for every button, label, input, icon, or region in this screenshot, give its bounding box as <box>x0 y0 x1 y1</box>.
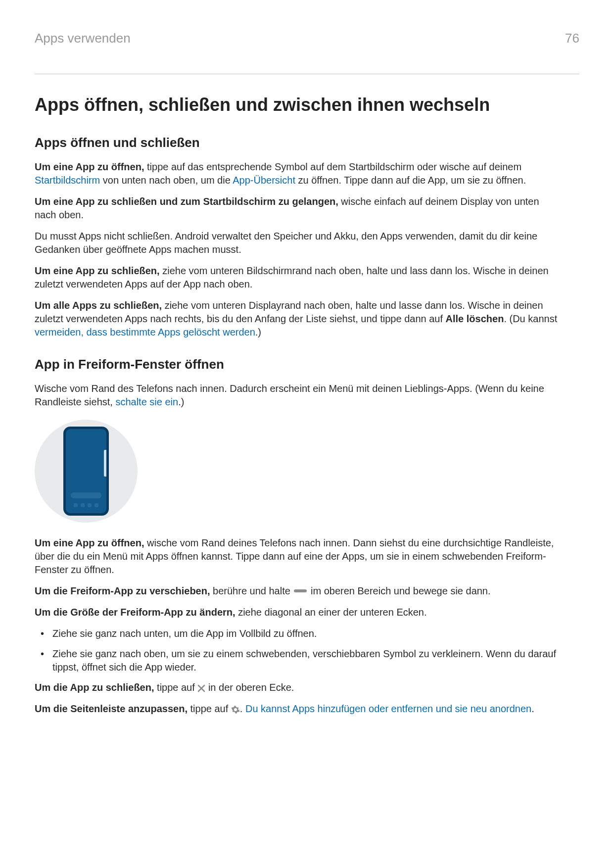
breadcrumb: Apps verwenden <box>35 30 131 47</box>
text: .) <box>255 327 261 338</box>
drag-handle-icon <box>294 589 307 592</box>
text: Wische vom Rand des Telefons nach innen.… <box>35 383 544 407</box>
text: . <box>240 703 245 714</box>
link-enable-sidebar[interactable]: schalte sie ein <box>115 396 178 407</box>
illustration-phone-sidebar <box>35 420 579 523</box>
paragraph: Um eine App zu öffnen, tippe auf das ent… <box>35 160 559 187</box>
text: .) <box>178 396 184 407</box>
header-rule <box>35 74 579 74</box>
paragraph: Um eine App zu öffnen, wische vom Rand d… <box>35 536 559 577</box>
list-item: Ziehe sie ganz nach unten, um die App im… <box>35 627 579 640</box>
lead-text: Um alle Apps zu schließen, <box>35 300 162 311</box>
paragraph: Wische vom Rand des Telefons nach innen.… <box>35 382 559 409</box>
text: . <box>531 703 534 714</box>
paragraph: Um eine App zu schließen und zum Startbi… <box>35 195 559 222</box>
text: ziehe diagonal an einer der unteren Ecke… <box>236 607 427 618</box>
section-heading-freeform: App in Freiform-Fenster öffnen <box>35 356 579 373</box>
lead-text: Um eine App zu öffnen, <box>35 537 144 548</box>
link-app-uebersicht[interactable]: App-Übersicht <box>233 175 295 186</box>
lead-text: Um die Freiform-App zu verschieben, <box>35 585 210 596</box>
text: von unten nach oben, um die <box>100 175 233 186</box>
lead-text: Um die Größe der Freiform-App zu ändern, <box>35 607 236 618</box>
page-number: 76 <box>565 30 579 47</box>
list-item: Ziehe sie ganz nach oben, um sie zu eine… <box>35 647 579 674</box>
lead-text: Um eine App zu schließen und zum Startbi… <box>35 196 338 207</box>
link-customize-sidebar[interactable]: Du kannst Apps hinzufügen oder entfernen… <box>245 703 531 714</box>
lead-text: Um die App zu schließen, <box>35 682 154 693</box>
paragraph: Um eine App zu schließen, ziehe vom unte… <box>35 264 559 291</box>
paragraph: Um die App zu schließen, tippe auf in de… <box>35 681 559 694</box>
lead-text: Um eine App zu öffnen, <box>35 161 144 172</box>
text: tippe auf das entsprechende Symbol auf d… <box>144 161 521 172</box>
gear-icon <box>231 705 240 714</box>
text: in der oberen Ecke. <box>205 682 294 693</box>
link-startbildschirm[interactable]: Startbildschirm <box>35 175 100 186</box>
bullet-list: Ziehe sie ganz nach unten, um die App im… <box>35 627 579 674</box>
text: im oberen Bereich und bewege sie dann. <box>308 585 490 596</box>
text: . (Du kannst <box>504 313 557 324</box>
paragraph: Um die Freiform-App zu verschieben, berü… <box>35 584 559 598</box>
link-prevent-delete[interactable]: vermeiden, dass bestimmte Apps gelöscht … <box>35 327 255 338</box>
close-icon <box>197 684 205 692</box>
section-heading-open-close: Apps öffnen und schließen <box>35 134 579 151</box>
paragraph: Um die Größe der Freiform-App zu ändern,… <box>35 606 559 619</box>
page-title: Apps öffnen, schließen und zwischen ihne… <box>35 93 579 117</box>
lead-text: Um die Seitenleiste anzupassen, <box>35 703 188 714</box>
paragraph: Um alle Apps zu schließen, ziehe vom unt… <box>35 299 559 339</box>
lead-text: Um eine App zu schließen, <box>35 265 160 276</box>
bold-text: Alle löschen <box>446 313 504 324</box>
text: zu öffnen. Tippe dann auf die App, um si… <box>295 175 526 186</box>
paragraph: Du musst Apps nicht schließen. Android v… <box>35 230 559 256</box>
text: tippe auf <box>154 682 198 693</box>
text: tippe auf <box>188 703 231 714</box>
text: berühre und halte <box>210 585 293 596</box>
page-header: Apps verwenden 76 <box>35 30 579 47</box>
paragraph: Um die Seitenleiste anzupassen, tippe au… <box>35 702 559 716</box>
